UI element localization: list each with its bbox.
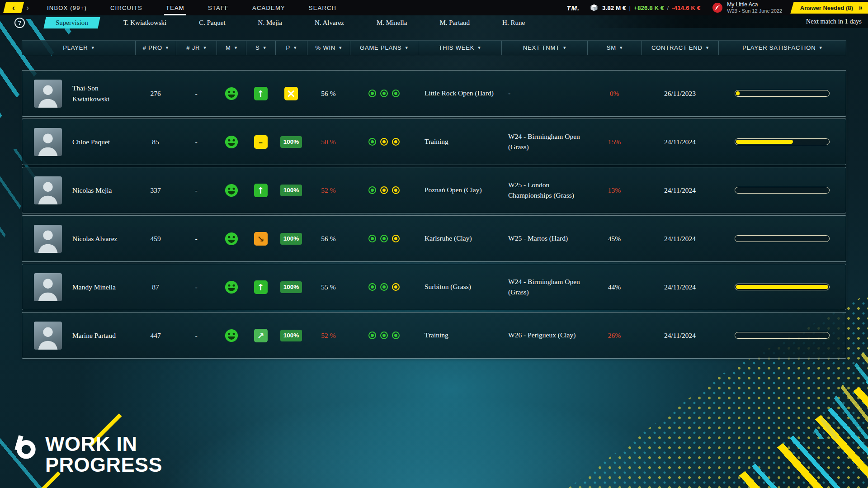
header-win[interactable]: % WIN <box>307 41 350 55</box>
header-game-plans[interactable]: GAME PLANS <box>350 41 418 55</box>
help-button[interactable]: ? <box>14 18 25 28</box>
game-plan-green-icon <box>368 90 376 97</box>
header-jr[interactable]: # JR <box>176 41 217 55</box>
player-cell: Nicolas Mejia <box>22 176 135 204</box>
tab-label: T. Kwiatkowski <box>123 19 167 26</box>
header-m[interactable]: M <box>217 41 246 55</box>
nav-staff[interactable]: STAFF <box>196 0 241 15</box>
satisfaction-cell <box>718 284 846 290</box>
mood-cell <box>217 280 246 294</box>
back-button[interactable]: ‹ <box>3 2 24 13</box>
table-row[interactable]: Nicolas Mejia 337 - ↑ 100% × 52 % Poznań… <box>22 167 846 213</box>
nav-search[interactable]: SEARCH <box>297 0 348 15</box>
game-plans <box>350 138 418 146</box>
player-avatar <box>34 273 62 301</box>
header-label: NEXT TNMT <box>523 44 560 51</box>
happy-mood-icon <box>225 184 238 197</box>
table-row[interactable]: Marine Partaud 447 - ↗ 100% × 52 % Train… <box>22 312 846 359</box>
studio-logo-icon <box>12 434 38 462</box>
table-row[interactable]: Mandy Minella 87 - ↑ 100% × 55 % Surbito… <box>22 264 846 310</box>
form-cell: – <box>246 135 275 149</box>
help-icon: ? <box>18 19 22 26</box>
physical-cell: 100% × <box>275 185 307 196</box>
table-row[interactable]: Thai-Son Kwiatkowski 276 - ↑ × 56 % Litt… <box>22 70 846 117</box>
physical-badge: 100% <box>280 185 302 196</box>
junior-rank: - <box>176 186 217 194</box>
game-plan-green-icon <box>392 90 400 97</box>
work-in-progress-label: WORK IN PROGRESS <box>45 434 162 475</box>
forward-button[interactable]: › <box>26 3 29 13</box>
next-tournament: - <box>501 88 587 98</box>
tab-t-kwiatkowski[interactable]: T. Kwiatkowski <box>115 17 175 28</box>
header-label: M <box>226 44 231 51</box>
nav-inbox-99[interactable]: INBOX (99+) <box>35 0 99 15</box>
header-sm[interactable]: SM <box>587 41 642 55</box>
form-cell: ↗ <box>246 329 275 342</box>
next-tournament: W24 - Birmingham Open (Grass) <box>501 132 587 152</box>
game-plan-yellow-icon <box>380 138 388 146</box>
tab-h-rune[interactable]: H. Rune <box>494 17 533 28</box>
header-this-week[interactable]: THIS WEEK <box>418 41 501 55</box>
header-player[interactable]: PLAYER <box>22 41 135 55</box>
header-player-satisfaction[interactable]: PLAYER SATISFACTION <box>718 41 846 55</box>
satisfaction-fill <box>736 91 740 95</box>
header-s[interactable]: S <box>246 41 275 55</box>
player-avatar <box>34 128 62 156</box>
player-avatar <box>34 80 62 108</box>
form-icon: ↘ <box>254 232 268 246</box>
game-plan-green-icon <box>380 90 388 97</box>
answer-needed-label: Answer Needed (8) <box>800 5 853 11</box>
tab-c-paquet[interactable]: C. Paquet <box>191 17 233 28</box>
win-rate: 50 % <box>307 138 350 146</box>
header-pro[interactable]: # PRO <box>135 41 176 55</box>
tab-m-minella[interactable]: M. Minella <box>368 17 415 28</box>
physical-badge: 100% <box>280 281 302 293</box>
sub-nav-row: ? SupervisionT. KwiatkowskiC. PaquetN. M… <box>0 15 868 30</box>
mood-cell <box>217 329 246 342</box>
happy-mood-icon <box>225 87 238 100</box>
form-icon: ↗ <box>254 329 268 342</box>
answer-needed-button[interactable]: Answer Needed (8) » <box>790 2 868 14</box>
player-avatar <box>34 176 62 204</box>
sm-value: 0% <box>587 90 642 98</box>
satisfaction-bar <box>735 187 830 194</box>
satisfaction-bar <box>735 284 830 290</box>
club-info: My Little Aca W23 - Sun 12 June 2022 <box>727 2 782 14</box>
header-p[interactable]: P <box>275 41 307 55</box>
pro-rank: 87 <box>135 283 176 291</box>
form-icon: ↑ <box>254 280 268 294</box>
tab-supervision[interactable]: Supervision <box>43 17 100 28</box>
mood-cell <box>217 87 246 100</box>
player-rows: Thai-Son Kwiatkowski 276 - ↑ × 56 % Litt… <box>22 70 846 359</box>
game-plan-green-icon <box>380 332 388 339</box>
satisfaction-bar <box>735 235 830 242</box>
table-row[interactable]: Chloe Paquet 85 - – 100% × 50 % Training… <box>22 118 846 165</box>
expense-value: -414.6 K € <box>672 5 700 11</box>
junior-rank: - <box>176 332 217 340</box>
tab-n-mejia[interactable]: N. Mejia <box>250 17 290 28</box>
happy-mood-icon <box>225 232 238 246</box>
sm-value: 13% <box>587 186 642 194</box>
decor-stripes-bottom-right <box>692 357 868 488</box>
nav-circuits[interactable]: CIRCUITS <box>99 0 154 15</box>
back-icon: ‹ <box>12 4 15 12</box>
table-row[interactable]: Nicolas Alvarez 459 - ↘ 100% × 56 % Karl… <box>22 215 846 262</box>
game-plans <box>350 235 418 242</box>
finance-separator: | <box>629 5 631 11</box>
win-rate: 52 % <box>307 332 350 340</box>
form-cell: ↑ <box>246 184 275 197</box>
satisfaction-cell <box>718 235 846 242</box>
finance-summary: 3.82 M € | +826.8 K € / -414.6 K € <box>602 5 700 11</box>
satisfaction-cell <box>718 90 846 97</box>
tab-n-alvarez[interactable]: N. Alvarez <box>307 17 352 28</box>
nav-academy[interactable]: ACADEMY <box>241 0 297 15</box>
supervision-table: PLAYER# PRO# JRMSP% WINGAME PLANSTHIS WE… <box>22 40 846 360</box>
club-logo <box>712 2 723 13</box>
header-contract-end[interactable]: CONTRACT END <box>642 41 718 55</box>
club-name: My Little Aca <box>727 2 782 8</box>
header-next-tnmt[interactable]: NEXT TNMT <box>501 41 587 55</box>
tab-m-partaud[interactable]: M. Partaud <box>431 17 478 28</box>
nav-team[interactable]: TEAM <box>154 0 196 15</box>
satisfaction-bar <box>735 90 830 97</box>
header-label: PLAYER <box>63 44 88 51</box>
